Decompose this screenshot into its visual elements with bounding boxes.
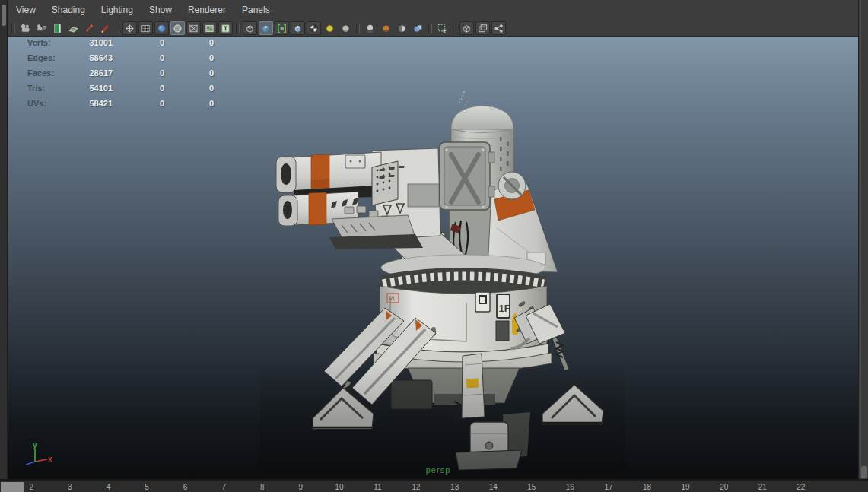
3d-viewport[interactable]: Verts: 31001 0 0 Edges: 58643 0 0 Faces:… (8, 37, 858, 479)
frame-tick: 21 (743, 482, 782, 492)
hud-value: 31001 (69, 38, 113, 47)
grid-shade-mode-icon[interactable] (138, 21, 153, 35)
2d-pan-zoom-icon[interactable] (82, 21, 97, 35)
hud-value: 0 (138, 99, 164, 108)
model-gun (276, 148, 440, 249)
select-camera-icon[interactable] (18, 21, 33, 35)
connections-icon[interactable] (491, 21, 506, 35)
left-scrollbar-thumb[interactable] (2, 5, 6, 26)
motion-blur-icon[interactable] (395, 21, 409, 35)
frame-tick: 6 (166, 482, 205, 492)
axis-x-line (35, 459, 47, 462)
axis-z-line (26, 462, 35, 465)
frame-tick: 16 (551, 482, 590, 492)
xray-display-icon[interactable] (275, 21, 289, 35)
time-slider[interactable]: 2 3 4 5 6 7 8 9 10 11 12 13 14 15 16 17 … (0, 479, 868, 492)
smooth-shade-mode-icon[interactable] (154, 21, 169, 35)
frame-tick: 10 (320, 482, 359, 492)
menu-view[interactable]: View (14, 3, 38, 17)
menu-panels[interactable]: Panels (240, 3, 272, 17)
axis-x-label: x (48, 455, 52, 463)
model-x-panel (440, 142, 494, 210)
isolate-select-icon[interactable] (435, 21, 450, 35)
hud-value: 0 (187, 84, 214, 93)
texture-channel-icon[interactable] (218, 21, 233, 35)
anti-aliasing-icon[interactable] (411, 21, 425, 35)
hud-value: 0 (187, 38, 214, 47)
hud-label: Edges: (27, 53, 56, 62)
hud-value: 58421 (69, 99, 113, 108)
bounding-box-display-icon[interactable] (243, 21, 257, 35)
toolbar-separator (428, 24, 432, 33)
camera-attributes-icon[interactable] (34, 21, 49, 35)
hud-row-uvs: UVs: 58421 0 0 (20, 99, 233, 114)
default-material-mode-icon[interactable] (170, 21, 185, 35)
decal-vl: VL (389, 295, 396, 302)
frame-numbers: 2 3 4 5 6 7 8 9 10 11 12 13 14 15 16 17 … (12, 482, 820, 492)
textured-mode-icon[interactable] (202, 21, 217, 35)
frame-tick: 8 (243, 482, 281, 492)
shaded-display-icon[interactable] (259, 21, 273, 35)
toolbar-separator (453, 24, 456, 33)
toolbar-separator (11, 24, 15, 33)
frame-tick: 14 (474, 482, 513, 492)
grease-pencil-icon[interactable] (98, 21, 113, 35)
no-texture-mode-icon[interactable] (186, 21, 201, 35)
frame-tick: 4 (89, 482, 128, 492)
hud-value: 58643 (69, 53, 113, 62)
shadows-icon[interactable] (363, 21, 377, 35)
frame-tick: 9 (281, 482, 320, 492)
frame-tick: 19 (666, 482, 705, 492)
frame-tick: 7 (205, 482, 243, 492)
model-equipment-box (391, 380, 432, 409)
hud-value: 0 (187, 53, 214, 62)
frame-tick: 22 (782, 482, 821, 492)
frame-tick: 17 (590, 482, 628, 492)
menu-renderer[interactable]: Renderer (186, 3, 228, 17)
hud-value: 28617 (69, 68, 113, 78)
decal-1f: 1F (499, 303, 510, 314)
hud-value: 0 (138, 38, 164, 47)
model-shoulder-joint (498, 172, 526, 199)
camera-name-label: persp (415, 465, 461, 475)
menu-lighting[interactable]: Lighting (99, 3, 135, 17)
frame-tick: 15 (513, 482, 552, 492)
model-antenna (459, 90, 470, 109)
frame-tick: 13 (435, 482, 474, 492)
frame-tick: 2 (12, 482, 51, 492)
right-panel-groove (860, 0, 861, 479)
use-all-lights-icon[interactable] (323, 21, 337, 35)
toolbar-separator (356, 24, 360, 33)
menu-show[interactable]: Show (147, 3, 174, 17)
resolution-gate-icon[interactable] (475, 21, 490, 35)
right-scrollbar-thumb[interactable] (861, 466, 867, 478)
checker-material-icon[interactable] (307, 21, 321, 35)
hud-label: Verts: (27, 38, 51, 47)
ambient-occlusion-icon[interactable] (379, 21, 393, 35)
default-lighting-icon[interactable] (339, 21, 353, 35)
hud-label: Faces: (27, 68, 54, 78)
turret-model[interactable]: VL 1F (259, 76, 625, 479)
frame-tick: 5 (128, 482, 167, 492)
hud-value: 0 (138, 84, 164, 93)
film-gate-icon[interactable] (459, 21, 474, 35)
hud-row-edges: Edges: 58643 0 0 (20, 53, 233, 68)
wireframe-mode-icon[interactable] (122, 21, 137, 35)
poly-count-hud: Verts: 31001 0 0 Edges: 58643 0 0 Faces:… (20, 38, 233, 114)
frame-tick: 18 (628, 482, 666, 492)
hud-value: 0 (187, 68, 214, 78)
axis-y-label: y (33, 442, 37, 449)
frame-tick: 3 (51, 482, 90, 492)
hud-value: 54101 (69, 84, 113, 93)
hud-row-faces: Faces: 28617 0 0 (20, 68, 233, 84)
panel-icon-toolbar (8, 20, 858, 37)
bookmarks-icon[interactable] (50, 21, 65, 35)
toolbar-separator (236, 24, 240, 33)
menu-shading[interactable]: Shading (49, 3, 87, 17)
image-plane-icon[interactable] (66, 21, 81, 35)
panel-toolbar-area: View Shading Lighting Show Renderer Pane… (8, 0, 858, 37)
right-panel-edge (858, 0, 868, 479)
xray-joints-display-icon[interactable] (291, 21, 305, 35)
axis-gizmo: y x (18, 442, 55, 478)
panel-menubar: View Shading Lighting Show Renderer Pane… (8, 0, 858, 20)
